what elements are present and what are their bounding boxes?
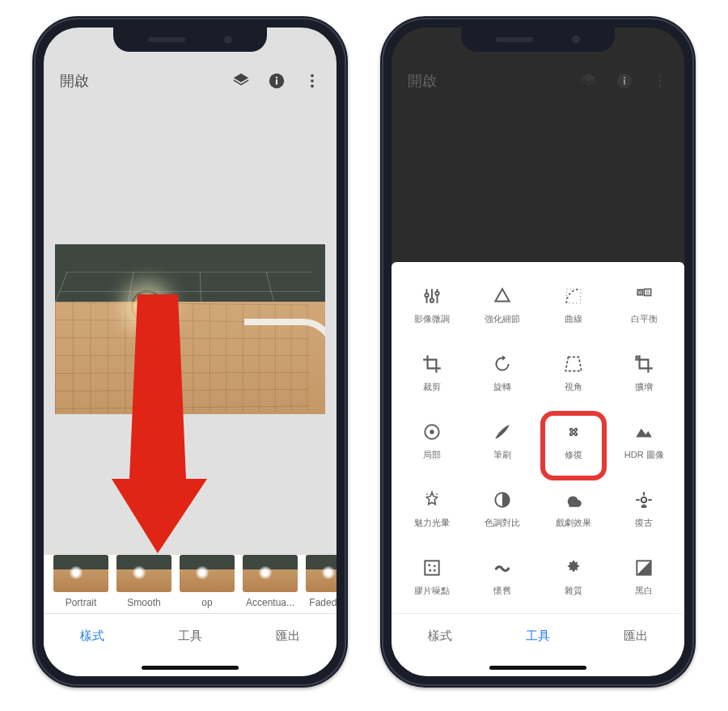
notch — [461, 28, 615, 52]
tool-label: 懷舊 — [493, 585, 511, 597]
tool-label: 局部 — [423, 449, 441, 461]
tab-tools[interactable]: 工具 — [142, 628, 239, 644]
hdr-icon — [633, 421, 654, 442]
tab-styles[interactable]: 樣式 — [44, 628, 142, 644]
screen-left: 開啟 PortraitSmoothopAccentua...Faded Gl..… — [44, 28, 336, 676]
tool-vintage[interactable]: 復古 — [609, 477, 680, 540]
tune-icon — [421, 286, 442, 307]
tool-label: 影像微調 — [414, 313, 450, 325]
vintage-icon — [633, 489, 654, 510]
rotate-icon — [492, 353, 513, 375]
layers-icon[interactable] — [578, 70, 600, 92]
look-label: Faded Gl... — [306, 597, 336, 608]
tool-label: 魅力光暈 — [414, 517, 450, 529]
tab-export[interactable]: 匯出 — [239, 628, 336, 644]
tool-details[interactable]: 強化細節 — [468, 273, 539, 336]
tool-white-balance[interactable]: 白平衡 — [609, 273, 680, 336]
curves-icon — [563, 286, 584, 307]
look-2[interactable]: op — [180, 555, 235, 608]
tool-label: 雜質 — [565, 585, 582, 597]
tool-hdr[interactable]: HDR 圖像 — [609, 409, 680, 472]
tool-grunge[interactable]: 雜質 — [538, 545, 609, 608]
app-header: 開啟 — [392, 58, 684, 104]
photo-canvas[interactable] — [44, 104, 336, 555]
tool-label: 擴增 — [635, 381, 653, 393]
look-label: op — [180, 597, 235, 608]
tool-retrolux[interactable]: 懷舊 — [468, 545, 539, 608]
tool-label: 曲線 — [565, 313, 582, 325]
notch — [113, 28, 267, 52]
tool-grainy[interactable]: 膠片噪點 — [396, 545, 468, 608]
more-vert-icon[interactable] — [301, 70, 324, 92]
tool-curves[interactable]: 曲線 — [538, 273, 609, 336]
tool-bw[interactable]: 黑白 — [609, 545, 680, 608]
tool-expand[interactable]: 擴增 — [609, 341, 680, 404]
tool-crop[interactable]: 裁剪 — [396, 341, 468, 404]
photo-preview — [55, 244, 324, 414]
healing-icon — [563, 421, 584, 442]
tool-label: 色調對比 — [485, 517, 520, 529]
tools-grid: 影像微調強化細節曲線白平衡裁剪旋轉視角擴增局部筆刷修復HDR 圖像魅力光暈色調對… — [392, 262, 684, 613]
look-3[interactable]: Accentua... — [243, 555, 298, 608]
tab-tools[interactable]: 工具 — [489, 628, 587, 644]
look-thumb — [306, 555, 336, 592]
home-indicator[interactable] — [489, 666, 586, 670]
look-thumb — [180, 555, 235, 592]
app-header: 開啟 — [44, 58, 336, 104]
tool-label: 視角 — [565, 381, 582, 393]
open-button[interactable]: 開啟 — [60, 71, 89, 91]
tool-label: 旋轉 — [493, 381, 511, 393]
tool-label: 裁剪 — [423, 381, 441, 393]
tool-tune[interactable]: 影像微調 — [396, 273, 468, 336]
bw-icon — [633, 557, 654, 578]
tool-tonal[interactable]: 色調對比 — [468, 477, 539, 540]
white-balance-icon — [633, 286, 654, 307]
bottom-tabs: 樣式 工具 匯出 — [44, 613, 336, 658]
info-icon[interactable] — [613, 70, 636, 92]
look-label: Smooth — [116, 597, 171, 608]
tool-label: 膠片噪點 — [414, 585, 450, 597]
bottom-panel: PortraitSmoothopAccentua...Faded Gl...Mo… — [44, 555, 336, 676]
looks-strip[interactable]: PortraitSmoothopAccentua...Faded Gl...Mo… — [44, 555, 336, 613]
selective-icon — [421, 421, 442, 442]
look-thumb — [243, 555, 298, 592]
tool-glamour[interactable]: 魅力光暈 — [396, 477, 468, 540]
look-1[interactable]: Smooth — [116, 555, 171, 608]
tool-brush[interactable]: 筆刷 — [468, 409, 539, 472]
bottom-tabs: 樣式 工具 匯出 — [392, 613, 684, 658]
info-icon[interactable] — [265, 70, 288, 92]
tool-label: 白平衡 — [631, 313, 658, 325]
tool-label: 黑白 — [635, 585, 653, 597]
tool-drama[interactable]: 戲劇效果 — [538, 477, 609, 540]
retrolux-icon — [492, 557, 513, 578]
more-vert-icon[interactable] — [649, 70, 671, 92]
layers-icon[interactable] — [230, 70, 252, 92]
look-thumb — [53, 555, 108, 592]
tab-styles[interactable]: 樣式 — [392, 628, 489, 644]
tool-selective[interactable]: 局部 — [396, 409, 468, 472]
phone-right: 開啟 影像微調強化細節曲線白平衡裁剪旋轉視角擴增局部筆刷修復HDR 圖像魅力光暈… — [380, 16, 696, 688]
expand-icon — [633, 353, 654, 375]
details-icon — [492, 286, 513, 307]
tonal-icon — [492, 489, 513, 510]
glamour-icon — [421, 489, 442, 510]
tool-label: HDR 圖像 — [624, 449, 664, 461]
grunge-icon — [563, 557, 584, 578]
look-label: Portrait — [53, 597, 108, 608]
tool-label: 強化細節 — [485, 313, 520, 325]
tool-label: 復古 — [635, 517, 653, 529]
grainy-icon — [421, 557, 442, 578]
brush-icon — [492, 421, 513, 442]
home-indicator[interactable] — [142, 666, 239, 670]
look-label: Accentua... — [243, 597, 298, 608]
tool-healing[interactable]: 修復 — [538, 409, 609, 472]
look-4[interactable]: Faded Gl... — [306, 555, 336, 608]
tool-label: 戲劇效果 — [556, 517, 591, 529]
tool-rotate[interactable]: 旋轉 — [468, 341, 539, 404]
crop-icon — [421, 353, 442, 375]
tool-label: 修復 — [565, 449, 582, 461]
tool-perspective[interactable]: 視角 — [538, 341, 609, 404]
open-button[interactable]: 開啟 — [408, 71, 437, 91]
tab-export[interactable]: 匯出 — [586, 628, 684, 644]
look-0[interactable]: Portrait — [53, 555, 108, 608]
